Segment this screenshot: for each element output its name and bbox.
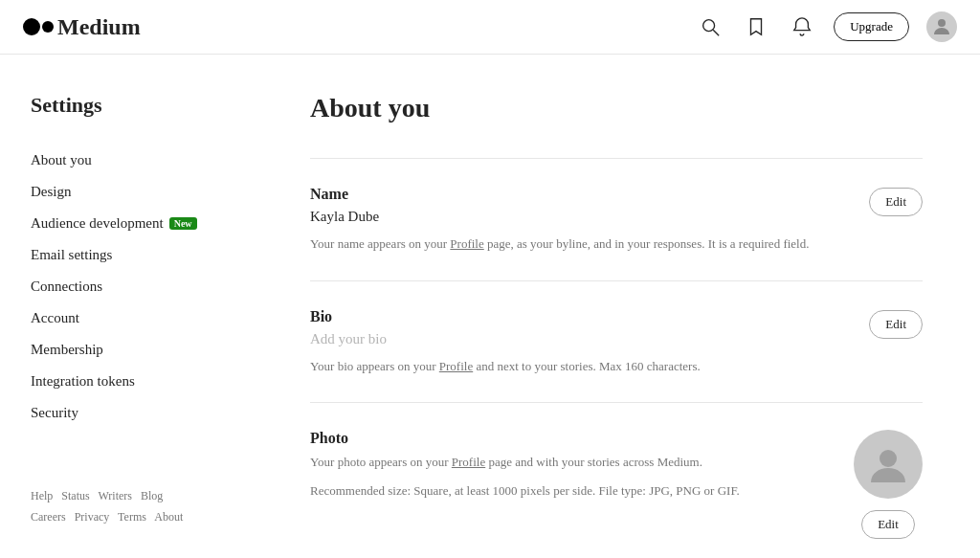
user-avatar-icon: [930, 15, 953, 38]
bio-section-right: Edit: [869, 308, 923, 339]
audience-development-label: Audience development: [31, 215, 164, 232]
search-button[interactable]: [696, 12, 724, 41]
photo-description: Your photo appears on your Profile page …: [310, 453, 854, 472]
footer-link-privacy[interactable]: Privacy: [75, 510, 110, 524]
footer-link-status[interactable]: Status: [61, 489, 89, 502]
bio-section-content: Bio Add your bio Your bio appears on you…: [310, 308, 846, 376]
sidebar-title: Settings: [31, 93, 222, 118]
sidebar: Settings About you Design Audience devel…: [0, 55, 253, 558]
user-photo-avatar: [854, 430, 923, 499]
name-section-content: Name Kayla Dube Your name appears on you…: [310, 186, 846, 254]
notifications-button[interactable]: [788, 12, 816, 41]
footer-link-about[interactable]: About: [154, 510, 183, 524]
header: Medium Upgrade: [0, 0, 980, 55]
name-section-right: Edit: [869, 186, 923, 216]
name-description: Your name appears on your Profile page, …: [310, 234, 846, 254]
sidebar-item-membership[interactable]: Membership: [31, 334, 222, 366]
main-content: About you Name Kayla Dube Your name appe…: [253, 55, 980, 558]
medium-logo-icon: [23, 18, 54, 35]
bookmark-icon: [746, 16, 767, 37]
name-edit-button[interactable]: Edit: [869, 188, 923, 216]
sidebar-item-audience-development[interactable]: Audience development New: [31, 208, 222, 239]
name-profile-link[interactable]: Profile: [450, 236, 483, 251]
page-layout: Settings About you Design Audience devel…: [0, 55, 980, 558]
svg-point-0: [703, 20, 715, 32]
header-left: Medium: [23, 14, 141, 40]
name-label: Name: [310, 186, 846, 203]
bio-section: Bio Add your bio Your bio appears on you…: [310, 281, 923, 404]
photo-section-right: Edit: [854, 430, 923, 539]
page-title: About you: [310, 93, 923, 123]
sidebar-item-account[interactable]: Account: [31, 302, 222, 334]
sidebar-item-about-you[interactable]: About you: [31, 145, 222, 176]
footer-link-careers[interactable]: Careers: [31, 510, 66, 524]
svg-line-1: [713, 30, 719, 35]
footer-link-terms[interactable]: Terms: [118, 510, 146, 524]
sidebar-item-security[interactable]: Security: [31, 397, 222, 429]
photo-label: Photo: [310, 430, 854, 447]
photo-edit-button[interactable]: Edit: [861, 510, 915, 539]
footer-link-writers[interactable]: Writers: [98, 489, 132, 502]
bell-icon: [791, 16, 813, 37]
photo-extra-description: Recommended size: Square, at least 1000 …: [310, 481, 854, 501]
bio-profile-link[interactable]: Profile: [439, 359, 473, 373]
photo-avatar-icon: [866, 442, 910, 486]
bookmark-button[interactable]: [742, 12, 770, 41]
svg-point-2: [938, 19, 946, 27]
footer-link-blog[interactable]: Blog: [141, 489, 163, 502]
upgrade-button[interactable]: Upgrade: [834, 12, 909, 41]
sidebar-item-design[interactable]: Design: [31, 176, 222, 208]
photo-section: Photo Your photo appears on your Profile…: [310, 403, 923, 558]
search-icon: [700, 16, 721, 37]
sidebar-item-integration-tokens[interactable]: Integration tokens: [31, 366, 222, 397]
bio-description: Your bio appears on your Profile and nex…: [310, 357, 846, 376]
photo-section-content: Photo Your photo appears on your Profile…: [310, 430, 854, 500]
bio-edit-button[interactable]: Edit: [869, 310, 923, 339]
medium-wordmark: Medium: [57, 14, 141, 40]
bio-placeholder: Add your bio: [310, 331, 846, 347]
sidebar-footer: Help Status Writers Blog Careers Privacy…: [31, 486, 222, 527]
new-badge: New: [169, 217, 197, 230]
sidebar-item-email-settings[interactable]: Email settings: [31, 239, 222, 271]
user-avatar[interactable]: [926, 11, 957, 42]
name-section: Name Kayla Dube Your name appears on you…: [310, 158, 923, 281]
footer-link-help[interactable]: Help: [31, 489, 53, 502]
svg-point-3: [880, 450, 897, 467]
bio-label: Bio: [310, 308, 846, 325]
sidebar-item-connections[interactable]: Connections: [31, 271, 222, 302]
photo-profile-link[interactable]: Profile: [452, 455, 485, 469]
name-value: Kayla Dube: [310, 209, 846, 225]
header-right: Upgrade: [696, 11, 957, 42]
